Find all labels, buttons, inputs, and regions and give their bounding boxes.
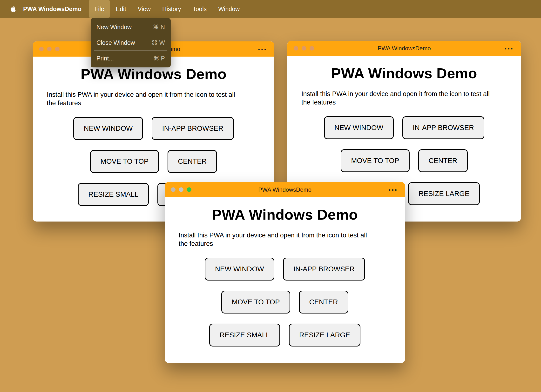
close-button[interactable] xyxy=(39,47,44,51)
ellipsis-menu-icon[interactable]: ⋯ xyxy=(388,185,397,194)
page-heading: PWA Windows Demo xyxy=(301,65,507,82)
traffic-lights xyxy=(39,41,60,57)
button-row: RESIZE SMALL RESIZE LARGE xyxy=(179,324,391,346)
minimize-button[interactable] xyxy=(302,46,306,51)
center-button[interactable]: CENTER xyxy=(168,150,217,173)
page-description: Install this PWA in your device and open… xyxy=(47,91,242,107)
center-button[interactable]: CENTER xyxy=(418,149,468,172)
in-app-browser-button[interactable]: IN-APP BROWSER xyxy=(283,258,365,281)
ellipsis-menu-icon[interactable]: ⋯ xyxy=(257,45,267,54)
new-window-button[interactable]: NEW WINDOW xyxy=(73,117,143,140)
menu-item-label: New Window xyxy=(96,24,132,31)
in-app-browser-button[interactable]: IN-APP BROWSER xyxy=(402,116,484,139)
window-title: PWA WindowsDemo xyxy=(378,45,431,52)
menu-view[interactable]: View xyxy=(132,0,156,18)
resize-large-button[interactable]: RESIZE LARGE xyxy=(289,324,360,346)
menu-separator xyxy=(94,50,167,51)
window-titlebar[interactable]: PWA WindowsDemo ⋯ xyxy=(287,41,521,56)
page-description: Install this PWA in your device and open… xyxy=(179,231,374,248)
apple-logo-icon xyxy=(10,6,16,12)
menu-separator xyxy=(94,35,167,35)
button-row: MOVE TO TOP CENTER xyxy=(301,149,507,172)
button-row: NEW WINDOW IN-APP BROWSER xyxy=(179,258,391,281)
button-row: MOVE TO TOP CENTER xyxy=(179,291,391,314)
menu-history[interactable]: History xyxy=(156,0,187,18)
menu-window[interactable]: Window xyxy=(212,0,245,18)
traffic-lights xyxy=(171,182,191,197)
resize-large-button[interactable]: RESIZE LARGE xyxy=(408,182,480,205)
page-heading: PWA Windows Demo xyxy=(47,66,260,82)
resize-small-button[interactable]: RESIZE SMALL xyxy=(209,324,280,346)
menu-edit[interactable]: Edit xyxy=(110,0,132,18)
close-button[interactable] xyxy=(294,46,298,51)
button-row: NEW WINDOW IN-APP BROWSER xyxy=(47,117,260,140)
page-description: Install this PWA in your device and open… xyxy=(301,90,497,107)
new-window-button[interactable]: NEW WINDOW xyxy=(324,116,394,139)
menubar: PWA WindowsDemo File Edit View History T… xyxy=(0,0,541,18)
zoom-button[interactable] xyxy=(55,47,60,51)
menu-item-label: Close Window xyxy=(96,39,135,46)
minimize-button[interactable] xyxy=(179,187,183,192)
window-titlebar[interactable]: PWA WindowsDemo ⋯ xyxy=(165,182,405,197)
window-title: PWA WindowsDemo xyxy=(258,186,311,193)
move-to-top-button[interactable]: MOVE TO TOP xyxy=(341,149,409,172)
menu-tools[interactable]: Tools xyxy=(187,0,212,18)
in-app-browser-button[interactable]: IN-APP BROWSER xyxy=(152,117,234,140)
zoom-button[interactable] xyxy=(187,187,191,192)
menu-item-label: Print... xyxy=(96,55,114,62)
new-window-button[interactable]: NEW WINDOW xyxy=(205,258,274,281)
menu-item-shortcut: ⌘ W xyxy=(151,39,165,46)
menu-item-new-window[interactable]: New Window ⌘ N xyxy=(91,20,171,34)
close-button[interactable] xyxy=(171,187,176,192)
menu-item-shortcut: ⌘ P xyxy=(153,55,165,62)
menu-item-print[interactable]: Print... ⌘ P xyxy=(91,51,171,65)
resize-small-button[interactable]: RESIZE SMALL xyxy=(78,183,149,206)
menu-item-shortcut: ⌘ N xyxy=(153,24,165,31)
center-button[interactable]: CENTER xyxy=(299,291,348,314)
menu-file[interactable]: File xyxy=(89,0,110,18)
minimize-button[interactable] xyxy=(47,47,52,51)
desktop: { "colors": { "desktop": "#cf9d52", "men… xyxy=(0,0,541,392)
move-to-top-button[interactable]: MOVE TO TOP xyxy=(221,291,290,314)
page-heading: PWA Windows Demo xyxy=(179,206,391,223)
apple-menu-icon[interactable] xyxy=(8,6,18,12)
zoom-button[interactable] xyxy=(310,46,314,51)
button-row: MOVE TO TOP CENTER xyxy=(47,150,260,173)
pwa-window-front[interactable]: PWA WindowsDemo ⋯ PWA Windows Demo Insta… xyxy=(165,182,405,363)
move-to-top-button[interactable]: MOVE TO TOP xyxy=(90,150,159,173)
file-menu-dropdown: New Window ⌘ N Close Window ⌘ W Print...… xyxy=(91,18,171,67)
ellipsis-menu-icon[interactable]: ⋯ xyxy=(504,44,513,53)
menubar-app-name: PWA WindowsDemo xyxy=(23,6,81,13)
traffic-lights xyxy=(294,41,314,56)
window-body: PWA Windows Demo Install this PWA in you… xyxy=(165,206,405,346)
button-row: NEW WINDOW IN-APP BROWSER xyxy=(301,116,507,139)
menu-item-close-window[interactable]: Close Window ⌘ W xyxy=(91,36,171,50)
